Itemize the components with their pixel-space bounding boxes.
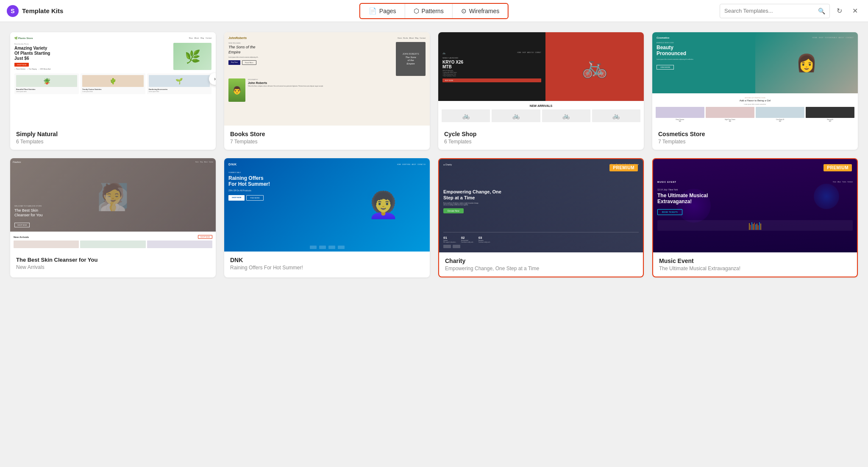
template-card-flawless[interactable]: Flawless HomeShopAboutContact 🧖 WELCOME … [10,158,216,277]
template-card-simply-natural[interactable]: 🌿 Plants Store ShopAboutBlogContact Best… [10,32,216,150]
template-card-charity[interactable]: ● Charity HomeAbout UsOur WorkStoriesCon… [438,158,644,277]
main-content: 🌿 Plants Store ShopAboutBlogContact Best… [0,22,868,467]
card-title-simply-natural: Simply Natural [16,131,210,137]
template-card-books-store[interactable]: JohnRoberts HomeBooksAboutBlogContact NE… [224,32,430,150]
search-icon: 🔍 [818,8,825,14]
card-meta-books-store: 7 Templates [230,139,424,145]
card-preview-flawless: Flawless HomeShopAboutContact 🧖 WELCOME … [10,158,216,252]
card-title-cycle-shop: Cycle Shop [444,131,638,137]
card-preview-music-event: MUSIC EVENT HomeAboutTicketsSchedule 12-… [653,159,857,252]
template-card-cycle-shop[interactable]: 🚲 HOMESHOPABOUT USCONTACT NEWLY LAUNCHED… [438,32,644,150]
tab-wireframes[interactable]: ⊙ Wireframes [453,4,508,18]
card-preview-dnk: DNK HOMEEVERYTHINGABOUTCONTACT US SUMMER… [224,158,430,252]
refresh-button[interactable]: ↻ [833,5,846,17]
card-title-dnk: DNK [230,257,424,263]
tab-pages-label: Pages [379,8,396,14]
card-meta-flawless: New Arrivals [16,264,210,270]
card-info-dnk: DNK Raining Offers For Hot Summer! [224,252,430,276]
card-preview-books-store: JohnRoberts HomeBooksAboutBlogContact NE… [224,32,430,126]
wireframes-icon: ⊙ [461,7,467,15]
tab-patterns-label: Patterns [422,8,444,14]
card-preview-simply-natural: 🌿 Plants Store ShopAboutBlogContact Best… [10,32,216,126]
header-right: 🔍 ↻ ✕ [720,4,861,18]
card-title-flawless: The Best Skin Cleanser for You [16,257,210,263]
close-button[interactable]: ✕ [849,5,861,17]
tab-pages[interactable]: 📄 Pages [360,4,405,18]
card-meta-simply-natural: 6 Templates [16,139,210,145]
card-info-books-store: Books Store 7 Templates [224,126,430,150]
card-preview-cosmetics-store: Cosmetics HOMESHOPTESTIMONIALSABOUTCONTA… [652,32,858,126]
card-info-simply-natural: Simply Natural 6 Templates [10,126,216,150]
template-card-cosmetics-store[interactable]: Cosmetics HOMESHOPTESTIMONIALSABOUTCONTA… [652,32,858,150]
card-meta-charity: Empowering Change, One Step at a Time [445,266,637,271]
tab-patterns[interactable]: ⬡ Patterns [405,4,453,18]
card-info-cosmetics-store: Cosmetics Store 7 Templates [652,126,858,150]
card-info-flawless: The Best Skin Cleanser for You New Arriv… [10,252,216,275]
card-info-cycle-shop: Cycle Shop 6 Templates [438,126,644,150]
card-info-charity: Charity Empowering Change, One Step at a… [439,252,643,277]
template-grid: 🌿 Plants Store ShopAboutBlogContact Best… [10,32,858,277]
card-title-music-event: Music Event [659,257,851,264]
app-header: S Template Kits 📄 Pages ⬡ Patterns ⊙ Wir… [0,0,868,22]
premium-badge-charity: PREMIUM [609,164,638,171]
tab-wireframes-label: Wireframes [469,8,500,14]
card-info-music-event: Music Event The Ultimate Musical Extrava… [653,252,857,277]
card-meta-cycle-shop: 6 Templates [444,139,638,145]
premium-badge-music: PREMIUM [823,164,852,171]
card-preview-cycle-shop: 🚲 HOMESHOPABOUT USCONTACT NEWLY LAUNCHED… [438,32,644,126]
logo-area: S Template Kits [7,5,63,17]
template-card-dnk[interactable]: DNK HOMEEVERYTHINGABOUTCONTACT US SUMMER… [224,158,430,277]
patterns-icon: ⬡ [414,7,419,15]
card-title-charity: Charity [445,257,637,264]
app-title: Template Kits [22,7,63,14]
card-preview-charity: ● Charity HomeAbout UsOur WorkStoriesCon… [439,159,643,252]
search-box: 🔍 [720,4,830,18]
card-meta-music-event: The Ultimate Musical Extravaganza! [659,266,851,271]
search-input[interactable] [724,8,818,14]
card-title-cosmetics-store: Cosmetics Store [658,131,852,137]
pages-icon: 📄 [369,7,377,15]
card-meta-cosmetics-store: 7 Templates [658,139,852,145]
card-meta-dnk: Raining Offers For Hot Summer! [230,265,424,271]
logo-icon: S [7,5,19,17]
tab-group: 📄 Pages ⬡ Patterns ⊙ Wireframes [359,3,509,19]
card-title-books-store: Books Store [230,131,424,137]
template-card-music-event[interactable]: MUSIC EVENT HomeAboutTicketsSchedule 12-… [652,158,858,277]
